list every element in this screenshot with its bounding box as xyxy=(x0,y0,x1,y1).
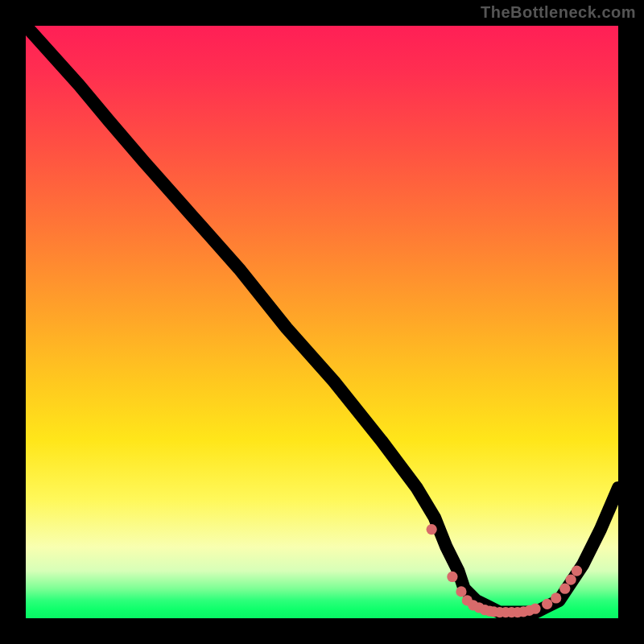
valley-dot xyxy=(427,524,437,535)
valley-dot xyxy=(530,604,540,614)
valley-dot xyxy=(565,575,576,585)
plot-area xyxy=(26,26,618,618)
valley-dot xyxy=(456,586,466,597)
plot-svg xyxy=(26,26,618,618)
valley-dot xyxy=(551,592,561,603)
chart-frame: TheBottleneck.com xyxy=(0,0,644,644)
watermark-text: TheBottleneck.com xyxy=(481,3,636,22)
valley-dot xyxy=(572,565,582,576)
valley-dot xyxy=(542,599,552,609)
valley-dot xyxy=(447,572,457,582)
valley-dot xyxy=(559,584,570,594)
bottleneck-curve xyxy=(26,26,618,613)
